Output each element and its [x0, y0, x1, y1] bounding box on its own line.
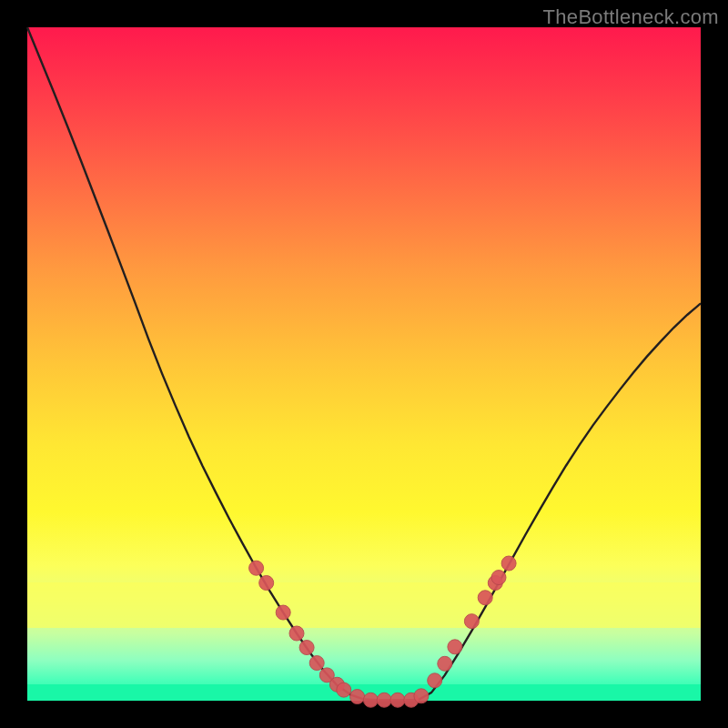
curve-marker — [390, 693, 405, 707]
watermark-text: TheBottleneck.com — [543, 5, 719, 29]
curve-marker — [501, 556, 516, 571]
curve-marker — [438, 656, 452, 671]
curve-marker — [249, 561, 264, 575]
curve-marker — [276, 605, 290, 620]
curve-marker — [309, 656, 324, 671]
curve-marker — [289, 626, 304, 641]
curve-marker — [337, 682, 351, 697]
curve-marker — [491, 571, 506, 585]
curve-marker — [414, 689, 429, 703]
curve-marker — [448, 640, 462, 654]
bottleneck-curve — [27, 27, 701, 700]
curve-marker — [363, 693, 378, 707]
curve-layer — [27, 27, 701, 701]
curve-marker — [478, 591, 492, 605]
curve-marker — [350, 690, 365, 704]
curve-markers — [249, 556, 516, 707]
curve-marker — [377, 693, 391, 707]
curve-marker — [464, 614, 479, 629]
curve-marker — [299, 641, 314, 655]
curve-marker — [428, 673, 442, 688]
curve-marker — [259, 576, 274, 591]
chart-frame: TheBottleneck.com — [0, 0, 728, 728]
plot-area — [27, 27, 701, 701]
